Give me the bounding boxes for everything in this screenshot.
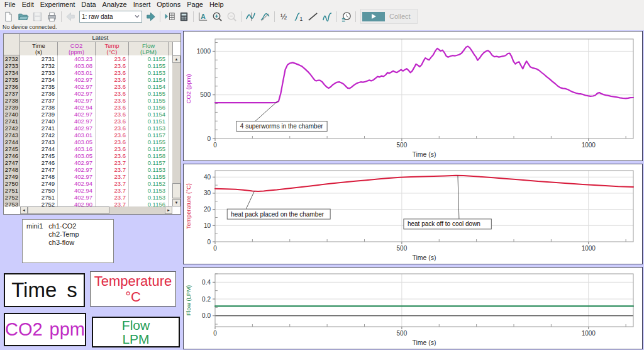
co2-chart-panel[interactable]: 0500100005001000CO2 (ppm)Time (s)4 super… (183, 31, 643, 161)
table-row[interactable]: 27372736402.9723.60.1155 (4, 90, 172, 97)
flow-label-box[interactable]: Flow LPM (92, 317, 180, 347)
statistics-button[interactable]: ½ (277, 10, 291, 23)
column-header-co2[interactable]: CO2(ppm) (58, 42, 96, 56)
co2-data-line (215, 47, 633, 103)
svg-text:40: 40 (204, 174, 211, 181)
table-row[interactable]: 27492748402.9723.70.1155 (4, 173, 172, 180)
chart-annotation[interactable]: 4 superworms in the chamber (236, 121, 327, 131)
table-cell[interactable]: 2752 (20, 201, 58, 206)
flow-label-text: Flow (122, 319, 150, 332)
table-row[interactable]: 27422741402.9723.60.1153 (4, 125, 172, 132)
table-row[interactable]: 27362735402.9723.60.1154 (4, 83, 172, 90)
zoom-in-button[interactable] (210, 10, 225, 23)
status-text: No device connected. (3, 24, 57, 30)
table-row[interactable]: 27382737402.9723.60.1155 (4, 97, 172, 104)
column-header-time[interactable]: Time(s) (20, 42, 58, 56)
table-row[interactable]: 27332732403.0823.60.1155 (4, 62, 172, 69)
calculator-button[interactable] (177, 10, 191, 23)
scroll-right-button[interactable]: ► (165, 206, 172, 214)
svg-text:heat pack off to cool down: heat pack off to cool down (408, 220, 480, 227)
calculator-icon (178, 11, 190, 23)
temperature-chart-panel[interactable]: 05001000010203040Temperature (°C)Time (s… (183, 164, 643, 264)
table-row[interactable]: 27502749402.9423.70.1152 (4, 180, 172, 187)
row-number[interactable]: 2753 (4, 201, 20, 206)
table-row[interactable]: 27352734402.9723.60.1154 (4, 76, 172, 83)
data-table-panel[interactable]: Latest Time(s)CO2(ppm)Temp(°C)Flow(LPM) … (3, 33, 181, 215)
zoom-out-button[interactable] (225, 10, 239, 23)
menu-item-file[interactable]: File (1, 1, 19, 8)
table-row[interactable]: 27392738402.9423.60.1156 (4, 104, 172, 111)
menu-item-experiment[interactable]: Experiment (37, 1, 79, 8)
data-table-body[interactable]: 27322731403.2323.60.115527332732403.0823… (4, 55, 172, 206)
temperature-label-text: Temperature (94, 273, 172, 289)
svg-text:1000: 1000 (582, 330, 596, 337)
table-cell[interactable]: 402.90 (58, 201, 96, 206)
table-row[interactable]: 27512750402.9423.70.1153 (4, 187, 172, 194)
table-row[interactable]: 27432742403.0123.60.1157 (4, 132, 172, 138)
scroll-up-button[interactable]: ▲ (172, 55, 180, 63)
table-cell[interactable]: 0.1156 (129, 201, 169, 206)
linear-fit-button[interactable] (306, 10, 320, 23)
menu-item-insert[interactable]: Insert (130, 1, 154, 8)
menu-item-data[interactable]: Data (78, 1, 99, 8)
previous-page-button[interactable] (64, 10, 78, 23)
data-table-button[interactable] (162, 10, 177, 23)
time-unit-text: s (67, 278, 77, 302)
dataset-selector-dropdown[interactable]: 1: raw data (79, 11, 142, 23)
integral-button[interactable]: 1 (291, 10, 306, 23)
time-label-box[interactable]: Times (4, 273, 85, 307)
table-row[interactable]: 27462745403.0523.60.1158 (4, 152, 172, 159)
tangent-button[interactable] (258, 10, 272, 23)
table-row[interactable]: 27452744403.1623.60.1155 (4, 145, 172, 152)
column-header-temp[interactable]: Temp(°C) (96, 42, 129, 56)
table-row[interactable]: 27322731403.2323.60.1155 (4, 55, 172, 62)
table-row[interactable]: 27342733403.0123.60.1153 (4, 69, 172, 76)
table-vertical-scrollbar[interactable]: ▲ ▼ (172, 55, 180, 206)
data-collection-setup-button[interactable] (339, 10, 353, 23)
table-row[interactable]: 27402739402.9723.60.1154 (4, 111, 172, 118)
print-button[interactable] (45, 10, 59, 23)
menu-item-options[interactable]: Options (153, 1, 184, 8)
svg-text:500: 500 (200, 91, 211, 98)
svg-text:500: 500 (397, 330, 408, 337)
table-row[interactable]: 27532752402.9023.70.1156 (4, 201, 172, 206)
open-file-button[interactable] (16, 10, 30, 23)
autoscale-button[interactable]: A (196, 10, 210, 23)
next-page-button[interactable] (143, 10, 158, 23)
menu-item-edit[interactable]: Edit (19, 1, 37, 8)
menu-item-analyze[interactable]: Analyze (99, 1, 130, 8)
menu-item-page[interactable]: Page (184, 1, 206, 8)
curve-fit-icon (321, 11, 333, 23)
flow-chart-panel[interactable]: 050010000.00.20.4Flow (LPM)Time (s) (183, 267, 643, 349)
dataset-group-header: Latest (20, 34, 180, 42)
table-row[interactable]: 27442743403.0523.60.1155 (4, 138, 172, 145)
flow-x-axis-label: Time (s) (412, 339, 436, 346)
menu-item-help[interactable]: Help (206, 1, 227, 8)
sensor-note-box[interactable]: mini1 ch1-CO2 ch2-Temp ch3-flow (22, 219, 114, 263)
scroll-left-button[interactable]: ◄ (20, 206, 28, 214)
table-row[interactable]: 27522751402.9723.70.1153 (4, 194, 172, 201)
column-header-flow[interactable]: Flow(LPM) (129, 42, 169, 56)
collect-button[interactable]: Collect (360, 9, 418, 24)
data-table-icon (164, 11, 175, 23)
table-row[interactable]: 27482747402.9723.70.1153 (4, 166, 172, 173)
table-row[interactable]: 27412740402.9723.60.1151 (4, 118, 172, 125)
new-document-button[interactable] (1, 10, 16, 23)
vertical-scroll-thumb[interactable] (172, 183, 180, 198)
temperature-label-box[interactable]: Temperature °C (90, 271, 176, 307)
curve-fit-button[interactable] (320, 10, 335, 23)
chart-annotation[interactable]: heat pack off to cool down (404, 219, 491, 229)
examine-button[interactable] (243, 10, 258, 23)
chart-annotation[interactable]: heat pack placed on the chamber (227, 209, 330, 219)
table-cell[interactable]: 23.7 (96, 201, 129, 206)
save-button[interactable] (30, 10, 45, 23)
toolbar-separator (336, 11, 337, 22)
co2-label-box[interactable]: CO2ppm (4, 313, 86, 346)
table-row[interactable]: 27472746402.9723.70.1157 (4, 159, 172, 166)
scroll-down-button[interactable]: ▼ (172, 199, 180, 206)
dataset-selector-value: 1: raw data (82, 13, 113, 20)
horizontal-scroll-thumb[interactable] (28, 206, 109, 214)
device-name: mini1 (26, 222, 43, 260)
table-horizontal-scrollbar[interactable]: ◄ ► (20, 206, 172, 214)
co2-x-axis-label: Time (s) (412, 150, 436, 158)
